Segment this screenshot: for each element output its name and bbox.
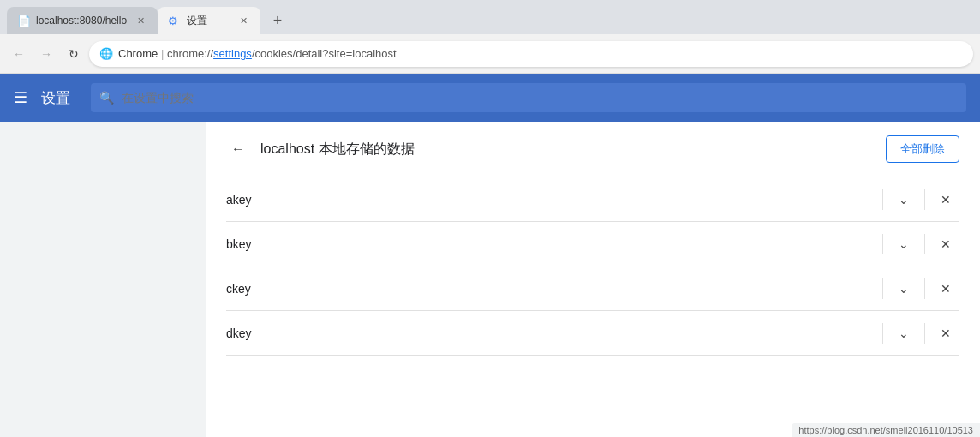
cookie-list: akey ⌄ ✕ bkey ⌄	[206, 177, 980, 356]
tab-settings[interactable]: ⚙ 设置 ✕	[158, 7, 260, 34]
security-icon: 🌐	[99, 47, 113, 60]
cookie-key-bkey: bkey	[226, 237, 875, 251]
content-area: ← localhost 本地存储的数据 全部删除 akey ⌄ ✕	[0, 122, 980, 437]
tab2-title: 设置	[187, 14, 230, 28]
status-text: https://blog.csdn.net/smell2016110/10513	[798, 425, 973, 435]
cookie-detail-header: ← localhost 本地存储的数据 全部删除	[206, 122, 980, 177]
cookie-key-akey: akey	[226, 193, 875, 207]
main-content: ← localhost 本地存储的数据 全部删除 akey ⌄ ✕	[206, 122, 980, 437]
plus-icon: +	[273, 12, 283, 30]
chevron-down-icon: ⌄	[899, 237, 909, 251]
tab1-page-icon: 📄	[17, 15, 29, 27]
hamburger-menu-icon[interactable]: ☰	[14, 88, 27, 107]
expand-button-bkey[interactable]: ⌄	[890, 230, 917, 258]
close-icon: ✕	[941, 326, 951, 340]
new-tab-button[interactable]: +	[264, 7, 291, 34]
divider	[882, 189, 883, 210]
close-icon: ✕	[941, 282, 951, 296]
back-nav-button[interactable]: ←	[7, 42, 31, 66]
settings-header: ☰ 设置 🔍	[0, 74, 980, 122]
tab1-title: localhost:8080/hello	[36, 15, 127, 27]
chevron-down-icon: ⌄	[899, 193, 909, 207]
cookie-page-title: localhost 本地存储的数据	[260, 141, 875, 159]
divider	[882, 323, 883, 344]
tab-localhost[interactable]: 📄 localhost:8080/hello ✕	[7, 7, 158, 34]
tab2-close-button[interactable]: ✕	[236, 14, 250, 27]
search-wrapper: 🔍	[91, 83, 966, 112]
table-row: akey ⌄ ✕	[226, 177, 959, 222]
expand-button-akey[interactable]: ⌄	[890, 186, 917, 213]
tab2-gear-icon: ⚙	[168, 15, 180, 27]
reload-button[interactable]: ↻	[62, 42, 86, 66]
divider	[924, 323, 925, 344]
close-icon: ✕	[941, 193, 951, 207]
table-row: bkey ⌄ ✕	[226, 222, 959, 266]
expand-button-ckey[interactable]: ⌄	[890, 275, 917, 302]
tab-bar: 📄 localhost:8080/hello ✕ ⚙ 设置 ✕ +	[0, 0, 980, 34]
forward-nav-button[interactable]: →	[34, 42, 58, 66]
chrome-label: Chrome	[118, 47, 158, 60]
search-input[interactable]	[91, 83, 966, 112]
delete-button-bkey[interactable]: ✕	[932, 230, 959, 258]
chevron-down-icon: ⌄	[899, 326, 909, 340]
address-scheme: chrome://	[167, 47, 213, 60]
address-path: /cookies/detail?site=localhost	[252, 47, 397, 60]
delete-all-button[interactable]: 全部删除	[886, 135, 959, 163]
delete-button-akey[interactable]: ✕	[932, 186, 959, 213]
address-input-wrapper[interactable]: 🌐 Chrome | chrome://settings/cookies/det…	[89, 41, 973, 67]
divider	[924, 278, 925, 299]
address-bar: ← → ↻ 🌐 Chrome | chrome://settings/cooki…	[0, 34, 980, 74]
back-button[interactable]: ←	[226, 137, 250, 161]
expand-button-dkey[interactable]: ⌄	[890, 320, 917, 347]
address-display: Chrome | chrome://settings/cookies/detai…	[118, 47, 397, 60]
divider	[924, 234, 925, 254]
sidebar	[0, 122, 206, 437]
table-row: dkey ⌄ ✕	[226, 311, 959, 356]
delete-button-dkey[interactable]: ✕	[932, 320, 959, 347]
divider	[882, 278, 883, 299]
divider	[882, 234, 883, 254]
cookie-key-dkey: dkey	[226, 326, 875, 340]
address-separator: |	[161, 47, 167, 60]
settings-header-title: 设置	[41, 88, 70, 108]
tab1-close-button[interactable]: ✕	[134, 14, 147, 27]
chevron-down-icon: ⌄	[899, 282, 909, 296]
close-icon: ✕	[941, 237, 951, 251]
table-row: ckey ⌄ ✕	[226, 266, 959, 311]
back-arrow-icon: ←	[231, 141, 245, 157]
cookie-key-ckey: ckey	[226, 282, 875, 296]
status-bar: https://blog.csdn.net/smell2016110/10513	[792, 423, 980, 437]
delete-button-ckey[interactable]: ✕	[932, 275, 959, 302]
divider	[924, 189, 925, 210]
address-settings: settings	[213, 47, 252, 60]
